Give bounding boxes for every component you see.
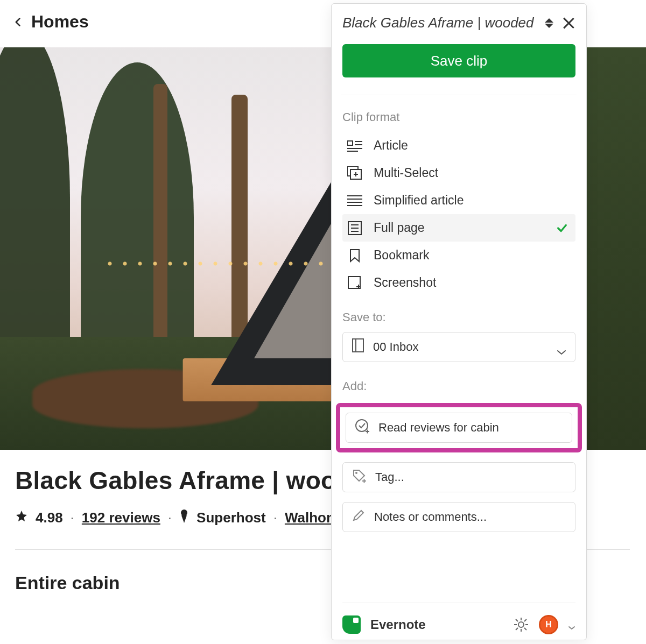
format-simplified-article[interactable]: Simplified article: [342, 187, 575, 214]
format-label: Article: [374, 138, 408, 153]
save-clip-button[interactable]: Save clip: [342, 44, 575, 77]
tag-field[interactable]: Tag...: [342, 462, 575, 492]
pencil-icon: [352, 508, 366, 526]
format-label: Simplified article: [374, 193, 464, 208]
article-icon: [347, 139, 363, 153]
format-bookmark[interactable]: Bookmark: [342, 242, 575, 269]
task-field[interactable]: [346, 413, 572, 443]
format-label: Multi-Select: [374, 166, 438, 180]
nav-homes-link[interactable]: Homes: [31, 12, 89, 32]
divider: [341, 95, 577, 95]
superhost-label: Superhost: [196, 509, 266, 526]
notebook-icon: [352, 338, 364, 356]
save-to-notebook-select[interactable]: 00 Inbox: [342, 332, 575, 362]
clipper-footer: Evernote H: [342, 603, 575, 634]
add-label: Add:: [342, 379, 575, 393]
svg-line-37: [524, 619, 526, 621]
rating-value: 4.98: [36, 509, 63, 526]
task-field-highlight: [336, 403, 582, 452]
chevron-down-icon: [557, 344, 566, 350]
tag-icon: [352, 468, 367, 486]
svg-point-26: [355, 472, 357, 474]
format-label: Full page: [374, 221, 425, 235]
svg-line-36: [516, 628, 518, 630]
svg-line-35: [524, 628, 526, 630]
clip-format-list: Article Multi-Select Simplified article …: [342, 132, 575, 296]
gear-icon[interactable]: [513, 617, 529, 633]
svg-rect-1: [347, 141, 353, 145]
back-icon[interactable]: [13, 17, 24, 27]
bookmark-icon: [347, 249, 363, 263]
full-page-icon: [347, 221, 363, 235]
hero-image-right-strip: [587, 47, 646, 450]
clip-format-label: Clip format: [342, 110, 575, 124]
web-clipper-panel: Black Gables Aframe | wooded s Save clip…: [331, 3, 587, 640]
clip-title[interactable]: Black Gables Aframe | wooded s: [342, 15, 537, 31]
format-screenshot[interactable]: Screenshot: [342, 269, 575, 296]
avatar[interactable]: H: [539, 615, 558, 634]
svg-line-34: [516, 619, 518, 621]
superhost-badge-icon: [179, 509, 189, 527]
clipper-header: Black Gables Aframe | wooded s: [342, 15, 575, 31]
separator-dot: ·: [71, 509, 74, 526]
evernote-brand-label: Evernote: [370, 617, 426, 632]
add-section: Add: Tag... Notes or comments...: [342, 379, 575, 532]
format-label: Bookmark: [374, 248, 430, 263]
save-to-notebook-value: 00 Inbox: [373, 340, 418, 354]
svg-point-29: [518, 622, 524, 627]
task-check-icon: [355, 419, 370, 437]
check-icon: [556, 222, 568, 234]
close-icon[interactable]: [561, 16, 575, 30]
notes-placeholder: Notes or comments...: [374, 510, 566, 524]
svg-rect-21: [353, 339, 363, 352]
format-multi-select[interactable]: Multi-Select: [342, 159, 575, 187]
svg-point-23: [356, 420, 368, 431]
multi-select-icon: [347, 166, 363, 180]
format-label: Screenshot: [374, 275, 436, 290]
reviews-link[interactable]: 192 reviews: [82, 509, 160, 526]
task-input[interactable]: [378, 421, 563, 435]
svg-point-0: [181, 509, 187, 516]
save-to-section: Save to: 00 Inbox: [342, 310, 575, 362]
star-icon: [15, 509, 28, 526]
save-to-label: Save to:: [342, 310, 575, 324]
separator-dot: ·: [168, 509, 172, 526]
format-full-page[interactable]: Full page: [342, 214, 575, 242]
separator-dot: ·: [273, 509, 277, 526]
notes-field[interactable]: Notes or comments...: [342, 502, 575, 532]
evernote-logo-icon: [342, 615, 361, 634]
format-article[interactable]: Article: [342, 132, 575, 159]
chevron-down-icon[interactable]: [568, 622, 575, 627]
screenshot-icon: [347, 276, 363, 290]
simplified-article-icon: [347, 194, 363, 208]
tag-placeholder: Tag...: [375, 470, 566, 484]
sort-toggle-icon[interactable]: [543, 18, 555, 28]
